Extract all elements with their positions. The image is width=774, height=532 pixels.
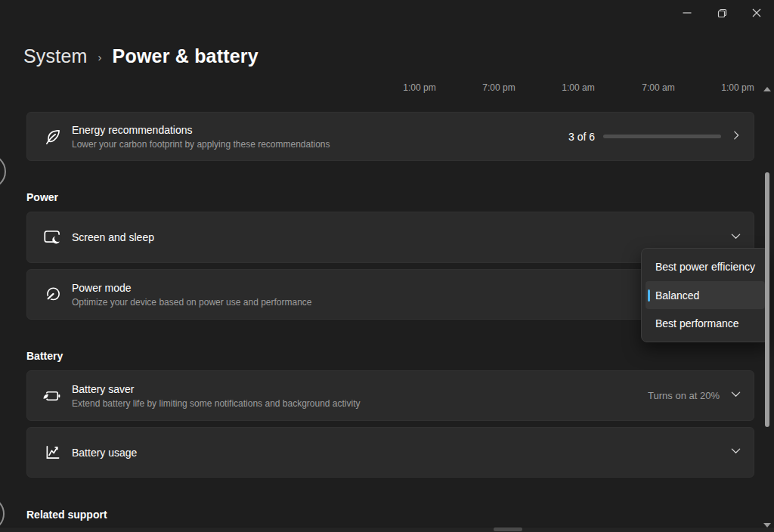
battery-saver-title: Battery saver	[72, 382, 361, 396]
screen-sleep-title: Screen and sleep	[72, 230, 154, 244]
minimize-button[interactable]	[670, 0, 704, 26]
scroll-down-arrow-icon[interactable]	[763, 523, 771, 527]
chevron-down-icon[interactable]	[730, 445, 741, 459]
energy-recommendations-card[interactable]: Energy recommendations Lower your carbon…	[26, 112, 754, 161]
vertical-scrollbar	[762, 80, 772, 532]
chevron-right-icon	[731, 130, 741, 144]
battery-chart-time-axis: 1:00 pm 7:00 pm 1:00 am 7:00 am 1:00 pm	[0, 82, 774, 94]
time-tick: 1:00 am	[562, 82, 594, 93]
chevron-down-icon[interactable]	[730, 230, 741, 245]
battery-saver-card[interactable]: Battery saver Extend battery life by lim…	[26, 370, 754, 421]
dropdown-item-label: Balanced	[655, 289, 699, 302]
speedometer-icon	[42, 286, 63, 304]
time-tick: 1:00 pm	[403, 82, 435, 93]
power-mode-subtitle: Optimize your device based on power use …	[72, 297, 312, 308]
close-button[interactable]	[739, 0, 774, 26]
time-tick: 7:00 am	[642, 82, 674, 93]
time-tick: 1:00 pm	[721, 82, 754, 93]
restore-icon	[717, 8, 727, 18]
energy-progress-label: 3 of 6	[568, 131, 595, 143]
time-tick: 7:00 pm	[482, 82, 515, 93]
section-header-power: Power	[26, 190, 754, 204]
dropdown-item[interactable]: Balanced	[646, 281, 765, 310]
restore-button[interactable]	[704, 0, 739, 26]
page-title: Power & battery	[113, 45, 259, 67]
screen-sleep-icon	[42, 228, 63, 247]
clipped-circle-decoration	[0, 154, 6, 189]
battery-saver-subtitle: Extend battery life by limiting some not…	[72, 398, 361, 410]
scroll-up-arrow-icon[interactable]	[763, 87, 771, 91]
selected-accent-bar	[648, 289, 650, 302]
horizontal-scrollbar-thumb[interactable]	[494, 527, 522, 531]
energy-subtitle: Lower your carbon footprint by applying …	[72, 139, 330, 150]
dropdown-item-label: Best performance	[655, 317, 739, 329]
energy-title: Energy recommendations	[72, 123, 330, 137]
section-header-battery: Battery	[26, 349, 754, 363]
titlebar	[0, 0, 774, 26]
scrollbar-thumb[interactable]	[765, 172, 769, 427]
power-mode-title: Power mode	[72, 281, 312, 295]
horizontal-scrollbar	[0, 527, 774, 532]
dropdown-item[interactable]: Best performance	[646, 309, 765, 338]
power-mode-dropdown: Best power efficiency Balanced Best perf…	[641, 248, 769, 342]
section-header-related-support: Related support	[26, 508, 754, 521]
breadcrumb-separator-icon: ›	[98, 51, 102, 63]
battery-saver-icon	[42, 388, 63, 404]
breadcrumb-system[interactable]: System	[23, 45, 88, 67]
window-controls	[670, 0, 774, 26]
battery-saver-value: Turns on at 20%	[648, 390, 720, 401]
leaf-icon	[42, 127, 63, 147]
battery-usage-card[interactable]: Battery usage	[26, 427, 754, 478]
chevron-down-icon[interactable]	[730, 388, 741, 403]
energy-progress-bar	[603, 135, 721, 138]
battery-usage-title: Battery usage	[72, 446, 137, 459]
line-chart-icon	[42, 444, 63, 462]
breadcrumb: System › Power & battery	[23, 45, 259, 67]
minimize-icon	[683, 8, 692, 17]
close-icon	[752, 8, 761, 17]
dropdown-item[interactable]: Best power efficiency	[646, 252, 765, 281]
dropdown-item-label: Best power efficiency	[655, 261, 755, 273]
